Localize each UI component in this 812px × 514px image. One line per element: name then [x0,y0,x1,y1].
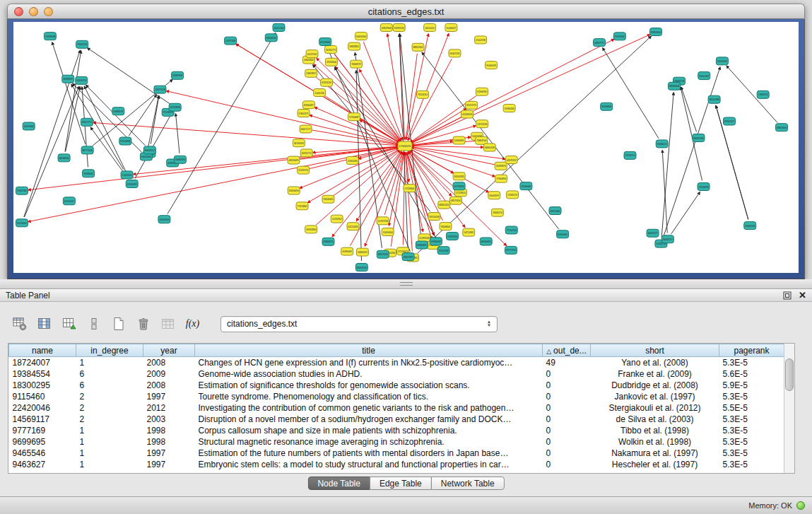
svg-text:12297308: 12297308 [225,39,235,42]
column-header-title[interactable]: title [195,344,543,357]
svg-text:31405905: 31405905 [159,218,169,221]
svg-text:90649212: 90649212 [145,148,155,152]
scrollbar-thumb[interactable] [785,358,794,391]
window-titlebar[interactable]: citations_edges.txt [7,4,805,19]
table-selector-dropdown[interactable]: citations_edges.txt [220,316,498,332]
column-header-in_degree[interactable]: in_degree [76,344,143,357]
minimize-window-button[interactable] [29,7,38,16]
cell-title: Estimation of the future numbers of pati… [195,448,543,459]
panel-splitter[interactable] [0,279,812,289]
svg-text:67453032: 67453032 [558,233,567,236]
svg-text:51289248: 51289248 [419,236,429,240]
column-header-pagerank[interactable]: pagerank [719,344,784,357]
cell-year: 2009 [143,368,195,380]
cell-short: Yano et al. (2008) [591,357,719,368]
network-canvas[interactable]: 6221449511231902599328309352643577474869… [13,22,799,273]
svg-text:21053738: 21053738 [476,38,486,42]
close-window-button[interactable] [14,7,23,16]
cell-in_degree: 1 [76,448,143,459]
svg-text:24697777: 24697777 [594,41,604,45]
memory-status-indicator[interactable] [796,501,805,510]
edit-columns-icon[interactable] [59,315,78,334]
column-header-name[interactable]: name [9,344,76,357]
delete-table-icon[interactable] [134,315,153,334]
cell-pagerank: 5.3E-5 [719,357,784,368]
combo-arrows-icon [487,320,491,327]
svg-text:28338937: 28338937 [63,77,73,81]
close-panel-icon[interactable] [799,290,806,300]
svg-text:45992772: 45992772 [302,151,312,155]
tab-network-table[interactable]: Network Table [431,477,505,490]
cell-year: 1997 [143,391,195,402]
sort-ascending-icon: △ [546,348,551,355]
svg-text:68575050: 68575050 [451,199,461,202]
svg-text:42679232: 42679232 [507,158,517,162]
svg-text:52306985: 52306985 [477,90,487,93]
svg-text:34407227: 34407227 [648,231,658,235]
tab-node-table[interactable]: Node Table [307,477,370,490]
cell-short: Stergiakouli et al. (2012) [591,402,719,414]
svg-text:41767958: 41767958 [378,219,388,223]
cell-in_degree: 1 [76,425,143,436]
cell-title: Disruption of a novel member of a sodium… [195,414,543,425]
svg-text:59486576: 59486576 [113,110,123,113]
table-row[interactable]: 969969511998Structural magnetic resonanc… [9,436,784,448]
table-mode-icon[interactable] [10,315,29,334]
zoom-window-button[interactable] [44,7,53,16]
cell-out_de: 0 [543,391,591,402]
svg-text:54849425: 54849425 [358,250,367,254]
new-table-icon[interactable] [109,315,128,334]
cell-short: Franke et al. (2009) [591,368,719,380]
import-table-icon[interactable] [158,315,177,334]
svg-text:54724382: 54724382 [464,230,473,234]
application-window: citations_edges.txt 62214495112319025993… [0,0,812,514]
svg-text:41896487: 41896487 [342,250,352,253]
column-header-out_de[interactable]: △out_de... [543,344,591,357]
tab-edge-table[interactable]: Edge Table [370,477,432,490]
svg-text:11441335: 11441335 [314,91,324,95]
network-view-frame: 6221449511231902599328309352643577474869… [7,19,805,279]
cell-pagerank: 5.6E-5 [719,368,784,380]
svg-text:73863704: 73863704 [476,139,486,142]
svg-text:93526435: 93526435 [324,197,334,201]
cell-year: 1997 [143,459,195,470]
column-icon[interactable] [84,315,103,334]
cell-out_de: 0 [543,380,591,391]
svg-text:97520698: 97520698 [120,139,130,143]
svg-text:23883375: 23883375 [324,240,334,243]
table-row[interactable]: 1830029562008Estimation of significance … [9,380,784,391]
cell-year: 1998 [143,436,195,448]
svg-text:49557771: 49557771 [82,120,92,124]
svg-text:32829908: 32829908 [382,26,392,30]
cell-year: 1998 [143,425,195,436]
table-row[interactable]: 1872400712008Changes of HCN gene express… [9,357,784,368]
table-row[interactable]: 946362711997Embryonic stem cells: a mode… [9,459,784,470]
column-label: year [160,346,177,356]
cell-name: 9699695 [9,436,76,448]
svg-text:29445593: 29445593 [745,224,755,228]
cell-title: Investigating the contribution of common… [195,402,543,414]
svg-text:84381855: 84381855 [417,243,427,247]
svg-text:52793956: 52793956 [454,185,464,188]
svg-text:68208956: 68208956 [59,156,69,160]
table-row[interactable]: 1938455462009Genome-wide association stu… [9,368,784,380]
table-vertical-scrollbar[interactable] [784,344,794,473]
float-panel-icon[interactable] [783,291,792,300]
column-header-short[interactable]: short [591,344,719,357]
svg-text:69481823: 69481823 [175,158,185,161]
table-row[interactable]: 911546021997Tourette syndrome. Phenomeno… [9,391,784,402]
table-row[interactable]: 977716911998Corpus callosum shape and si… [9,425,784,436]
table-row[interactable]: 946554611997Estimation of the future num… [9,448,784,459]
table-row[interactable]: 2242004622012Investigating the contribut… [9,402,784,414]
svg-text:17605912: 17605912 [758,93,768,96]
function-builder-icon[interactable]: f(x) [183,315,202,334]
svg-text:66661428: 66661428 [485,146,495,149]
column-header-year[interactable]: year [143,344,195,357]
cell-out_de: 0 [543,425,591,436]
svg-text:78048641: 78048641 [441,225,451,228]
table-row[interactable]: 1456911722003Disruption of a novel membe… [9,414,784,425]
cell-pagerank: 5.3E-5 [719,436,784,448]
cell-short: de Silva et al. (2003) [591,414,719,425]
show-columns-icon[interactable] [35,315,54,334]
svg-text:87947662: 87947662 [320,40,330,44]
